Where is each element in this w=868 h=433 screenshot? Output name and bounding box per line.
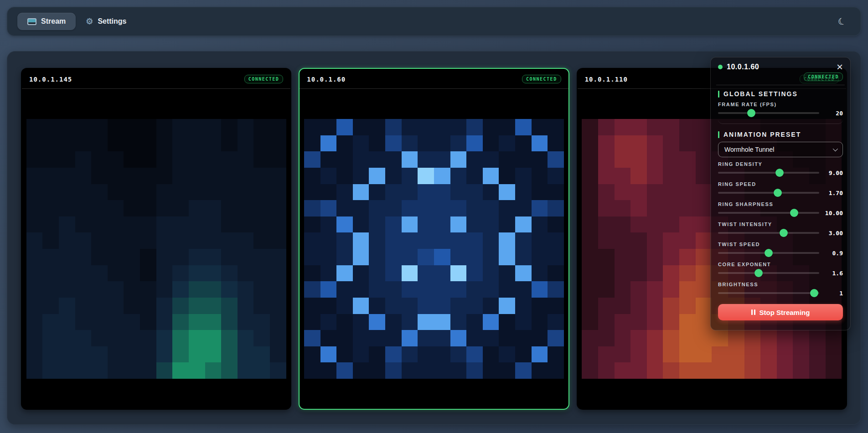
stop-streaming-label: Stop Streaming (760, 309, 810, 316)
slider-value: 20 (819, 110, 843, 117)
pixel-grid (26, 119, 286, 379)
divider (716, 85, 845, 85)
pause-icon (751, 309, 755, 315)
status-dot-icon (718, 65, 723, 69)
monitor-icon (27, 18, 36, 25)
slider-thumb[interactable] (810, 289, 818, 297)
slider-brightness: BRIGHTNESS1 (718, 282, 843, 298)
panel-header: 10.0.1.60 CONNECTED (300, 69, 568, 89)
slider-track[interactable] (718, 168, 819, 177)
section-accent-bar (718, 131, 719, 138)
slider-value: 1 (819, 290, 843, 297)
close-icon[interactable]: × (837, 63, 843, 71)
slider-frame-rate-fps: FRAME RATE (FPS)20 (718, 102, 843, 118)
status-badge: CONNECTED (244, 75, 284, 83)
global-settings-section: GLOBAL SETTINGS FRAME RATE (FPS)20 (718, 90, 843, 124)
device-ip: 10.0.1.145 (29, 76, 72, 83)
slider-label: RING SPEED (718, 181, 843, 187)
tab-stream[interactable]: Stream (17, 13, 76, 30)
tab-stream-label: Stream (41, 17, 66, 26)
tab-settings-label: Settings (98, 17, 126, 26)
popover-header: 10.0.1.60 × (718, 63, 843, 71)
slider-track[interactable] (718, 208, 819, 217)
slider-label: CORE EXPONENT (718, 262, 843, 267)
section-accent-bar (718, 91, 719, 98)
global-sliders: FRAME RATE (FPS)20 (718, 102, 843, 118)
slider-value: 0.9 (819, 250, 843, 257)
preset-select-value: Wormhole Tunnel (724, 146, 833, 153)
slider-label: RING SHARPNESS (718, 201, 843, 207)
device-panel-2[interactable]: 10.0.1.60 CONNECTED (299, 68, 569, 410)
popover-device-title: 10.0.1.60 (727, 63, 832, 71)
status-badge: CONNECTED (522, 75, 561, 83)
slider-label: BRIGHTNESS (718, 282, 843, 287)
slider-value: 9.00 (819, 170, 843, 176)
slider-core-exponent: CORE EXPONENT1.6 (718, 262, 843, 278)
slider-track[interactable] (718, 188, 819, 197)
slider-thumb[interactable] (754, 269, 763, 277)
slider-track[interactable] (718, 228, 819, 237)
slider-track[interactable] (718, 289, 819, 298)
slider-label: FRAME RATE (FPS) (718, 102, 843, 107)
slider-ring-density: RING DENSITY9.00 (718, 161, 843, 177)
gear-icon: ⚙ (86, 17, 93, 26)
slider-value: 10.00 (819, 210, 843, 216)
top-nav: Stream ⚙ Settings ☾ (7, 7, 861, 36)
slider-thumb[interactable] (747, 109, 755, 117)
slider-track[interactable] (718, 248, 819, 258)
slider-value: 1.6 (819, 270, 843, 277)
slider-twist-intensity: TWIST INTENSITY3.00 (718, 222, 843, 237)
slider-ring-speed: RING SPEED1.70 (718, 181, 843, 197)
slider-twist-speed: TWIST SPEED0.9 (718, 242, 843, 258)
slider-value: 1.70 (819, 190, 843, 196)
panel-header: 10.0.1.145 CONNECTED (22, 69, 290, 89)
grid-area (22, 89, 290, 409)
slider-label: TWIST SPEED (718, 242, 843, 247)
slider-thumb[interactable] (775, 169, 784, 177)
slider-value: 3.00 (819, 230, 843, 237)
tab-settings[interactable]: ⚙ Settings (76, 13, 136, 30)
slider-label: TWIST INTENSITY (718, 222, 843, 227)
slider-thumb[interactable] (765, 249, 773, 257)
slider-ring-sharpness: RING SHARPNESS10.00 (718, 201, 843, 217)
slider-thumb[interactable] (774, 189, 782, 197)
theme-toggle-button[interactable]: ☾ (833, 13, 851, 30)
preset-sliders: RING DENSITY9.00RING SPEED1.70RING SHARP… (718, 161, 843, 298)
device-ip: 10.0.1.60 (307, 76, 346, 83)
device-ip: 10.0.1.110 (585, 76, 628, 83)
device-panel-1[interactable]: 10.0.1.145 CONNECTED (21, 68, 291, 410)
moon-icon: ☾ (837, 15, 847, 28)
animation-preset-section: ANIMATION PRESET Wormhole Tunnel RING DE… (718, 131, 843, 298)
status-badge: CONNECTED (804, 72, 843, 81)
animation-preset-title: ANIMATION PRESET (718, 131, 843, 138)
device-settings-popover: 10.0.1.60 × CONNECTED GLOBAL SETTINGS FR… (710, 57, 851, 330)
grid-area (300, 89, 568, 409)
slider-track[interactable] (718, 268, 819, 278)
slider-track[interactable] (718, 108, 819, 118)
slider-thumb[interactable] (780, 229, 788, 237)
pixel-grid (304, 119, 564, 379)
stop-streaming-button[interactable]: Stop Streaming (718, 304, 843, 320)
popover-badge-row: CONNECTED (718, 72, 843, 81)
chevron-down-icon (833, 146, 838, 151)
preset-select[interactable]: Wormhole Tunnel (718, 142, 843, 157)
slider-thumb[interactable] (790, 209, 798, 217)
slider-label: RING DENSITY (718, 161, 843, 167)
global-settings-title: GLOBAL SETTINGS (718, 90, 843, 98)
